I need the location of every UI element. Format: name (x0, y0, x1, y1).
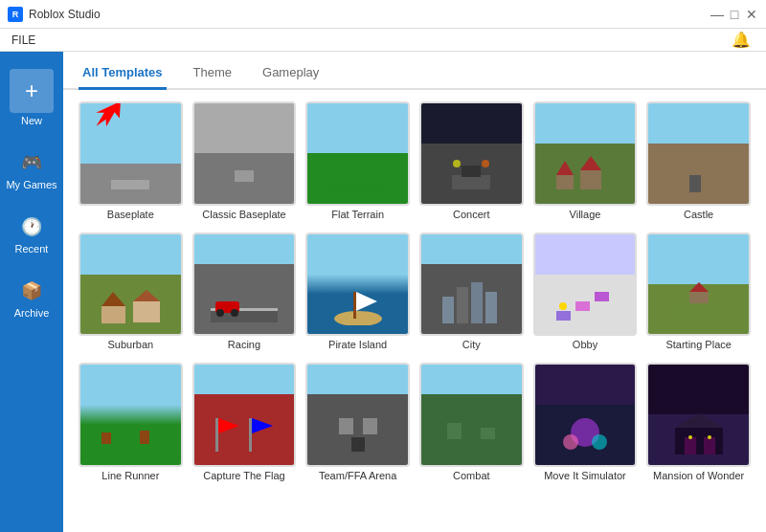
svg-marker-12 (580, 156, 601, 170)
template-label-capture-flag: Capture The Flag (192, 467, 297, 484)
svg-rect-14 (670, 158, 682, 167)
template-item-starting-place[interactable]: Starting Place (646, 233, 751, 354)
recent-icon: 🕐 (18, 213, 45, 240)
template-item-obby[interactable]: Obby (533, 233, 638, 354)
title-bar: R Roblox Studio — □ ✕ (0, 0, 766, 29)
template-label-racing: Racing (192, 336, 297, 353)
template-item-city[interactable]: City (419, 233, 524, 354)
svg-point-7 (453, 160, 461, 167)
svg-rect-59 (675, 428, 723, 454)
svg-rect-39 (689, 292, 709, 303)
sidebar-item-recent[interactable]: 🕐 Recent (0, 206, 63, 262)
template-label-baseplate: Baseplate (79, 206, 183, 223)
svg-rect-42 (101, 432, 111, 444)
my-games-icon: 🎮 (18, 149, 45, 176)
svg-rect-11 (580, 170, 601, 189)
svg-rect-43 (121, 428, 130, 444)
sidebar-new[interactable]: + New (0, 61, 63, 134)
svg-marker-29 (356, 292, 377, 311)
tab-all-templates[interactable]: All Templates (79, 57, 167, 90)
svg-rect-5 (452, 175, 490, 189)
template-thumb-concert (419, 101, 524, 206)
svg-rect-1 (121, 175, 140, 180)
minimize-button[interactable]: — (710, 8, 724, 21)
svg-point-27 (334, 311, 382, 325)
template-item-classic-baseplate[interactable]: Classic Baseplate (192, 101, 297, 223)
template-label-combat: Combat (419, 467, 524, 484)
tab-gameplay[interactable]: Gameplay (259, 57, 323, 90)
svg-rect-62 (704, 437, 715, 454)
template-item-team-arena[interactable]: Team/FFA Arena (305, 363, 410, 484)
template-thumb-starting-place (646, 233, 751, 337)
template-item-combat[interactable]: Combat (419, 363, 524, 484)
svg-rect-34 (556, 311, 571, 321)
svg-rect-52 (351, 437, 365, 452)
menu-file[interactable]: FILE (8, 32, 39, 49)
app-icon: R (8, 7, 23, 22)
template-label-castle: Castle (646, 206, 751, 223)
new-icon: + (10, 69, 54, 113)
svg-rect-18 (101, 306, 125, 323)
close-button[interactable]: ✕ (745, 8, 758, 21)
svg-rect-47 (249, 418, 252, 452)
header-right: 🔔 (732, 31, 758, 49)
template-thumb-baseplate (79, 101, 183, 206)
svg-rect-50 (339, 418, 353, 434)
template-item-baseplate[interactable]: Baseplate (79, 101, 183, 223)
template-item-suburban[interactable]: Suburban (79, 233, 183, 354)
svg-point-64 (708, 435, 711, 439)
svg-marker-19 (101, 292, 125, 306)
template-label-move-it: Move It Simulator (533, 467, 638, 484)
template-item-pirate-island[interactable]: Pirate Island (305, 233, 410, 354)
sidebar-item-archive[interactable]: 📦 Archive (0, 270, 63, 326)
template-label-team-arena: Team/FFA Arena (305, 467, 410, 484)
svg-rect-44 (140, 431, 149, 444)
template-thumb-obby (533, 233, 638, 337)
svg-rect-16 (709, 158, 720, 167)
svg-marker-10 (556, 161, 574, 175)
template-thumb-capture-flag (192, 363, 297, 467)
svg-rect-20 (133, 301, 160, 322)
template-thumb-flat-terrain (305, 101, 410, 206)
template-label-classic-baseplate: Classic Baseplate (192, 206, 297, 223)
template-item-racing[interactable]: Racing (192, 233, 297, 354)
template-thumb-city (419, 233, 524, 337)
template-item-mansion[interactable]: Mansion of Wonder (646, 363, 751, 484)
svg-rect-55 (481, 428, 495, 439)
svg-point-8 (482, 160, 489, 167)
svg-rect-3 (235, 170, 254, 182)
template-item-capture-flag[interactable]: Capture The Flag (192, 363, 297, 484)
svg-point-57 (563, 434, 578, 450)
template-item-village[interactable]: Village (533, 101, 638, 223)
svg-marker-21 (133, 290, 160, 301)
window-controls: — □ ✕ (710, 8, 758, 21)
svg-rect-33 (485, 292, 497, 323)
svg-point-25 (216, 309, 224, 317)
template-item-line-runner[interactable]: Line Runner (79, 363, 183, 484)
template-label-pirate-island: Pirate Island (305, 336, 410, 353)
svg-point-26 (231, 309, 238, 317)
tab-theme[interactable]: Theme (190, 57, 236, 90)
template-thumb-classic-baseplate (192, 101, 297, 206)
maximize-button[interactable]: □ (728, 8, 741, 21)
svg-rect-35 (575, 301, 590, 311)
svg-rect-30 (442, 297, 454, 323)
sidebar-item-my-games[interactable]: 🎮 My Games (0, 142, 63, 198)
template-item-castle[interactable]: Castle (646, 101, 751, 223)
svg-rect-17 (689, 175, 701, 192)
tabs-bar: All Templates Theme Gameplay (63, 52, 766, 90)
notification-bell-icon[interactable]: 🔔 (732, 31, 751, 49)
svg-marker-46 (218, 418, 239, 433)
sidebar-new-label: New (21, 115, 42, 126)
svg-rect-38 (675, 301, 723, 321)
template-thumb-line-runner (79, 363, 183, 467)
template-item-move-it[interactable]: Move It Simulator (533, 363, 638, 484)
template-item-concert[interactable]: Concert (419, 101, 524, 223)
svg-rect-15 (689, 158, 701, 167)
svg-rect-31 (457, 287, 468, 323)
svg-rect-54 (447, 423, 462, 439)
svg-rect-0 (111, 180, 149, 189)
template-thumb-move-it (533, 363, 638, 467)
template-item-flat-terrain[interactable]: Flat Terrain (305, 101, 410, 223)
template-label-city: City (419, 336, 524, 353)
